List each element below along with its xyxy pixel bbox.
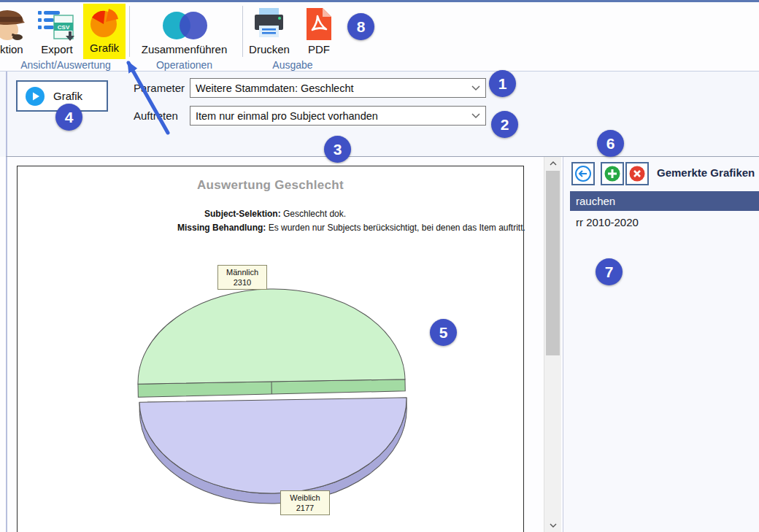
parameter-dropdown-value: Weitere Stammdaten: Geschlecht (196, 82, 354, 94)
ribbon-item-pdf[interactable]: PDF (298, 43, 340, 55)
saved-grafik-item-rr-2010-2020[interactable]: rr 2010-2020 (576, 216, 639, 228)
ribbon-item-grafik-label: Grafik (83, 42, 126, 54)
pdf-icon (305, 7, 333, 42)
plus-icon (604, 165, 621, 182)
ribbon-group-operationen: Operationen (142, 59, 226, 71)
ribbon: ktion CSV Export Grafik Z (0, 0, 759, 72)
detective-icon (0, 5, 34, 43)
scroll-down-button[interactable] (544, 519, 562, 532)
auftreten-dropdown[interactable]: Item nur einmal pro Subject vorhanden (190, 106, 486, 126)
panel-left-border (6, 72, 7, 532)
add-grafik-button[interactable] (601, 162, 624, 185)
auftreten-dropdown-value: Item nur einmal pro Subject vorhanden (196, 110, 378, 122)
annotation-badge-2: 2 (491, 111, 518, 138)
back-button[interactable] (571, 162, 595, 185)
annotation-badge-5: 5 (430, 319, 457, 346)
vertical-scrollbar[interactable] (544, 157, 561, 532)
pie-label-maennlich: Männlich 2310 (217, 265, 267, 290)
delete-grafik-button[interactable] (625, 162, 649, 185)
chart-canvas: Auswertung Geschlecht Subject-Selektion:… (17, 166, 524, 532)
ribbon-group-ansicht-auswertung: Ansicht/Auswertung (0, 59, 131, 71)
close-icon (628, 165, 646, 182)
pie-slice-weiblich[interactable] (139, 398, 408, 506)
annotation-badge-4: 4 (55, 104, 82, 131)
annotation-badge-1: 1 (489, 70, 516, 97)
ribbon-item-grafik[interactable]: Grafik (83, 4, 126, 59)
annotation-badge-3: 3 (324, 136, 351, 163)
ribbon-item-export[interactable]: Export (34, 43, 80, 55)
printer-icon (252, 7, 287, 42)
scroll-up-button[interactable] (544, 157, 562, 170)
ribbon-item-drucken[interactable]: Drucken (246, 43, 293, 55)
ribbon-item-selektion[interactable]: ktion (0, 43, 32, 55)
scrollbar-thumb[interactable] (546, 171, 560, 355)
run-grafik-button-label: Grafik (53, 90, 82, 102)
ribbon-group-ausgabe: Ausgabe (266, 59, 319, 71)
auftreten-field-label: Auftreten (134, 109, 178, 122)
parameter-dropdown[interactable]: Weitere Stammdaten: Geschlecht (190, 78, 486, 98)
csv-badge-text: CSV (58, 24, 70, 31)
parameter-field-label: Parameter (134, 82, 185, 94)
annotation-badge-7: 7 (596, 258, 623, 285)
pie-chart (18, 166, 525, 532)
pie-slice-maennlich[interactable] (136, 287, 405, 397)
chevron-down-icon (471, 113, 480, 119)
export-csv-icon: CSV (36, 7, 77, 43)
pie-chart-icon (88, 7, 120, 39)
merge-circles-icon (159, 9, 210, 42)
pie-label-weiblich: Weiblich 2177 (280, 490, 330, 515)
chevron-down-icon (471, 85, 480, 91)
play-icon (26, 87, 45, 106)
annotation-badge-8: 8 (347, 13, 374, 40)
ribbon-separator (129, 6, 130, 57)
ribbon-item-zusammenfuehren[interactable]: Zusammenführen (135, 43, 234, 55)
gemerkte-grafiken-panel: Gemerkte Grafiken rauchen rr 2010-2020 (563, 157, 759, 532)
annotation-badge-6: 6 (597, 130, 624, 157)
gemerkte-grafiken-header: Gemerkte Grafiken (657, 166, 755, 179)
saved-grafik-item-rauchen[interactable]: rauchen (570, 191, 759, 211)
back-arrow-icon (574, 165, 592, 182)
ribbon-separator (242, 6, 243, 57)
